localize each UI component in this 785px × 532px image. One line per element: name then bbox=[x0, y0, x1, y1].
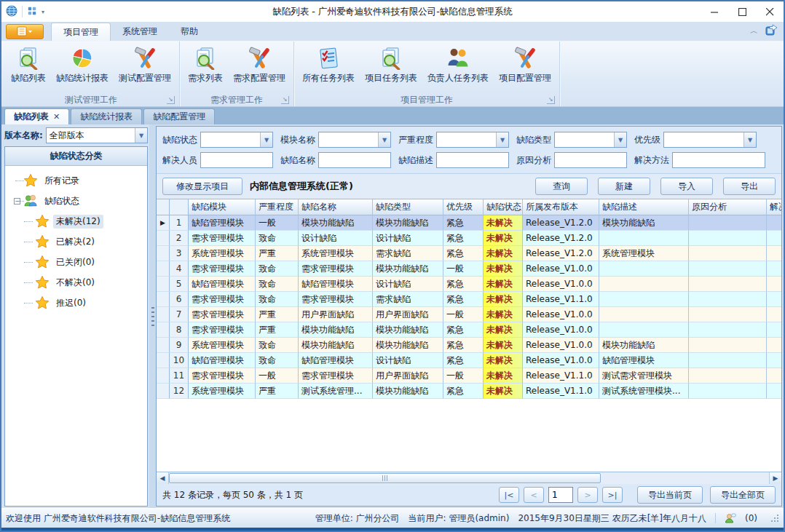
ribbon-button-测试配置管理[interactable]: 测试配置管理 bbox=[114, 44, 176, 93]
ribbon-button-负责人任务列表[interactable]: 负责人任务列表 bbox=[422, 44, 494, 93]
action-button-导出[interactable]: 导出 bbox=[723, 178, 776, 195]
ribbon-tab-系统管理[interactable]: 系统管理 bbox=[111, 23, 169, 41]
panel-splitter[interactable] bbox=[149, 124, 156, 508]
ribbon-button-项目配置管理[interactable]: 项目配置管理 bbox=[494, 44, 556, 93]
filter-input-缺陷描述[interactable] bbox=[436, 152, 509, 168]
tree-item-已解决(2)[interactable]: 已解决(2) bbox=[9, 231, 146, 252]
version-select[interactable]: 全部版本 ▼ bbox=[46, 127, 148, 143]
column-header-优先级[interactable]: 优先级 bbox=[443, 199, 484, 215]
filter-label-解决人员: 解决人员 bbox=[162, 154, 197, 167]
doc-tab-缺陷列表[interactable]: 缺陷列表✕ bbox=[4, 108, 69, 124]
quick-access-caret-icon[interactable]: ▾ bbox=[42, 9, 44, 15]
tree-item-缺陷状态[interactable]: −缺陷状态 bbox=[9, 191, 146, 211]
column-header-缺陷模块[interactable]: 缺陷模块 bbox=[189, 199, 256, 215]
window-switch-icon[interactable] bbox=[765, 24, 778, 38]
cell-优先级: 紧急 bbox=[443, 292, 484, 307]
first-page-button[interactable]: |< bbox=[499, 487, 519, 503]
table-row[interactable]: 7需求管理模块严重用户界面缺陷用户界面缺陷一般未解决Release_V1.0.0 bbox=[157, 307, 781, 322]
column-header-缺陷名称[interactable]: 缺陷名称 bbox=[299, 199, 373, 215]
scroll-right-icon[interactable]: ▶ bbox=[769, 472, 781, 484]
last-page-button[interactable]: >| bbox=[602, 487, 623, 503]
export-all-pages-button[interactable]: 导出全部页 bbox=[710, 486, 776, 504]
chevron-down-icon[interactable]: ▼ bbox=[135, 128, 147, 143]
filter-input-解决方法[interactable] bbox=[672, 152, 765, 168]
action-button-新建[interactable]: 新建 bbox=[598, 178, 650, 195]
doc-tab-缺陷配置管理[interactable]: 缺陷配置管理 bbox=[143, 108, 215, 124]
ribbon-button-所有任务列表[interactable]: 所有任务列表 bbox=[297, 44, 360, 93]
quick-access-icon[interactable] bbox=[27, 6, 37, 18]
close-button[interactable] bbox=[756, 2, 784, 21]
scrollbar-thumb[interactable] bbox=[169, 473, 601, 483]
table-row[interactable]: 6需求管理模块致命需求管理模块需求缺陷紧急未解决Release_V1.1.0 bbox=[157, 292, 781, 307]
chevron-down-icon[interactable]: ▼ bbox=[260, 132, 272, 147]
cell-缺陷模块: 需求管理模块 bbox=[189, 368, 256, 384]
table-row[interactable]: 12系统管理模块严重测试系统管理...模块功能缺陷紧急未解决Release_V1… bbox=[157, 384, 781, 399]
dialog-launcher-icon[interactable]: ↘ bbox=[547, 96, 555, 104]
action-button-导入[interactable]: 导入 bbox=[660, 178, 713, 195]
ribbon-button-需求列表[interactable]: 需求列表 bbox=[183, 44, 228, 93]
filter-select-优先级[interactable]: ▼ bbox=[663, 132, 757, 148]
ribbon-button-缺陷统计报表[interactable]: 缺陷统计报表 bbox=[51, 44, 114, 93]
ribbon-collapse-icon[interactable]: ︿ bbox=[750, 28, 758, 35]
column-header-缺陷类型[interactable]: 缺陷类型 bbox=[373, 199, 443, 215]
filter-select-严重程度[interactable]: ▼ bbox=[436, 132, 509, 148]
table-row[interactable]: 5缺陷管理模块致命缺陷管理模块设计缺陷紧急未解决Release_V1.0.0 bbox=[157, 277, 781, 292]
prev-page-button[interactable]: < bbox=[524, 487, 544, 503]
table-row[interactable]: 2需求管理模块致命设计缺陷设计缺陷紧急未解决Release_V1.2.0 bbox=[157, 231, 781, 246]
chevron-down-icon[interactable]: ▼ bbox=[496, 132, 508, 147]
page-number-input[interactable] bbox=[548, 487, 573, 503]
tree-item-推迟(0)[interactable]: 推迟(0) bbox=[9, 293, 146, 313]
ribbon-button-项目任务列表[interactable]: 项目任务列表 bbox=[360, 44, 422, 93]
filter-input-原因分析[interactable] bbox=[554, 152, 627, 168]
chevron-down-icon[interactable]: ▼ bbox=[743, 132, 756, 147]
table-row[interactable]: 11需求管理模块一般需求管理模块用户界面缺陷一般未解决Release_V1.1.… bbox=[157, 368, 781, 384]
doc-tab-缺陷统计报表[interactable]: 缺陷统计报表 bbox=[71, 108, 142, 124]
chevron-down-icon[interactable]: ▼ bbox=[614, 132, 626, 147]
table-row[interactable]: 3系统管理模块严重系统管理模块需求缺陷紧急未解决Release_V1.2.0系统… bbox=[157, 246, 781, 261]
cell-优先级: 一般 bbox=[443, 261, 484, 277]
ribbon-tab-帮助[interactable]: 帮助 bbox=[169, 23, 210, 41]
minimize-button[interactable] bbox=[701, 2, 728, 21]
dialog-launcher-icon[interactable]: ↘ bbox=[167, 96, 175, 104]
filter-select-缺陷类型[interactable]: ▼ bbox=[554, 132, 627, 148]
column-header-原因分析[interactable]: 原因分析 bbox=[689, 199, 767, 215]
scroll-left-icon[interactable]: ◀ bbox=[157, 472, 169, 484]
tree-item-已关闭(0)[interactable]: 已关闭(0) bbox=[9, 252, 146, 272]
horizontal-scrollbar[interactable]: ◀ ▶ bbox=[157, 472, 781, 484]
cell-优先级: 紧急 bbox=[443, 246, 484, 261]
tree-item-所有记录[interactable]: 所有记录 bbox=[9, 170, 146, 191]
maximize-button[interactable] bbox=[728, 2, 756, 21]
column-header-缺陷描述[interactable]: 缺陷描述 bbox=[599, 199, 689, 215]
dialog-launcher-icon[interactable]: ↘ bbox=[281, 96, 289, 104]
column-header-所属发布版本[interactable]: 所属发布版本 bbox=[523, 199, 599, 215]
modify-columns-button[interactable]: 修改显示项目 bbox=[162, 178, 242, 195]
table-row[interactable]: 10缺陷管理模块致命缺陷管理模块设计缺陷紧急未解决Release_V1.0.0缺… bbox=[157, 353, 781, 368]
filter-select-缺陷状态[interactable]: ▼ bbox=[200, 132, 273, 148]
online-user-icon[interactable] bbox=[725, 512, 736, 524]
column-header-解决方法[interactable]: 解决方法 bbox=[767, 199, 781, 215]
ribbon-button-需求配置管理[interactable]: 需求配置管理 bbox=[228, 44, 291, 93]
table-row[interactable]: 8需求管理模块严重模块功能缺陷模块功能缺陷紧急未解决Release_V1.0.0 bbox=[157, 322, 781, 338]
next-page-button[interactable]: > bbox=[577, 487, 598, 503]
cell-缺陷名称: 测试系统管理... bbox=[299, 384, 373, 399]
column-header-严重程度[interactable]: 严重程度 bbox=[256, 199, 299, 215]
ribbon-tab-项目管理[interactable]: 项目管理 bbox=[51, 23, 111, 41]
resize-grip[interactable] bbox=[770, 514, 779, 523]
table-row[interactable]: ▶1缺陷管理模块一般模块功能缺陷模块功能缺陷紧急未解决Release_V1.2.… bbox=[157, 215, 781, 231]
filter-input-解决人员[interactable] bbox=[200, 152, 273, 168]
filter-select-模块名称[interactable]: ▼ bbox=[318, 132, 391, 148]
close-tab-icon[interactable]: ✕ bbox=[53, 112, 60, 122]
chevron-down-icon[interactable]: ▼ bbox=[378, 132, 390, 147]
app-menu-button[interactable] bbox=[6, 24, 44, 39]
table-row[interactable]: 9系统管理模块致命模块功能缺陷模块功能缺陷紧急未解决Release_V1.0.0… bbox=[157, 338, 781, 353]
filter-input-缺陷名称[interactable] bbox=[318, 152, 391, 168]
export-current-page-button[interactable]: 导出当前页 bbox=[637, 486, 703, 504]
table-row[interactable]: 4需求管理模块致命需求管理模块模块功能缺陷一般未解决Release_V1.0.0 bbox=[157, 261, 781, 277]
filter-area: 缺陷状态▼模块名称▼严重程度▼缺陷类型▼优先级▼ 解决人员缺陷名称缺陷描述原因分… bbox=[157, 127, 781, 174]
column-header-缺陷状态[interactable]: 缺陷状态 bbox=[484, 199, 523, 215]
action-button-查询[interactable]: 查询 bbox=[535, 178, 588, 195]
tools-icon bbox=[247, 46, 272, 71]
tree-item-未解决(12)[interactable]: 未解决(12) bbox=[9, 211, 146, 231]
tree-item-不解决(0)[interactable]: 不解决(0) bbox=[9, 272, 146, 293]
ribbon-button-缺陷列表[interactable]: 缺陷列表 bbox=[6, 44, 51, 93]
